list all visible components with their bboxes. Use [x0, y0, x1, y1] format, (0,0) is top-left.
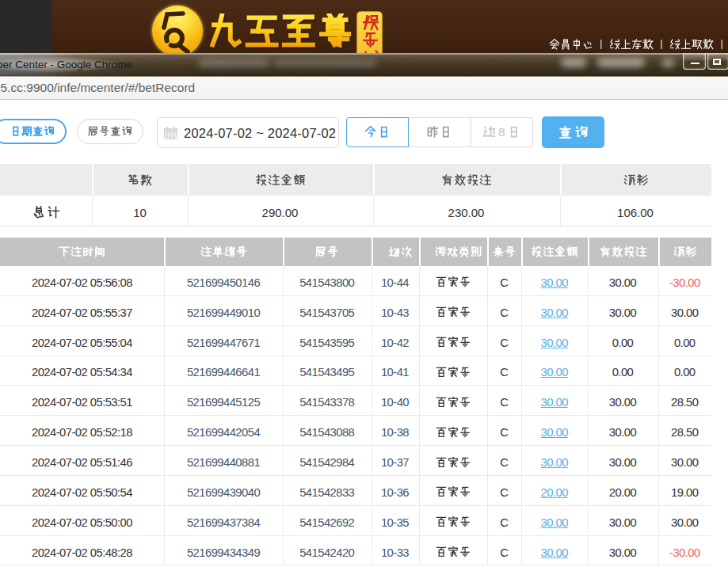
svg-text:8: 8 — [498, 126, 505, 139]
